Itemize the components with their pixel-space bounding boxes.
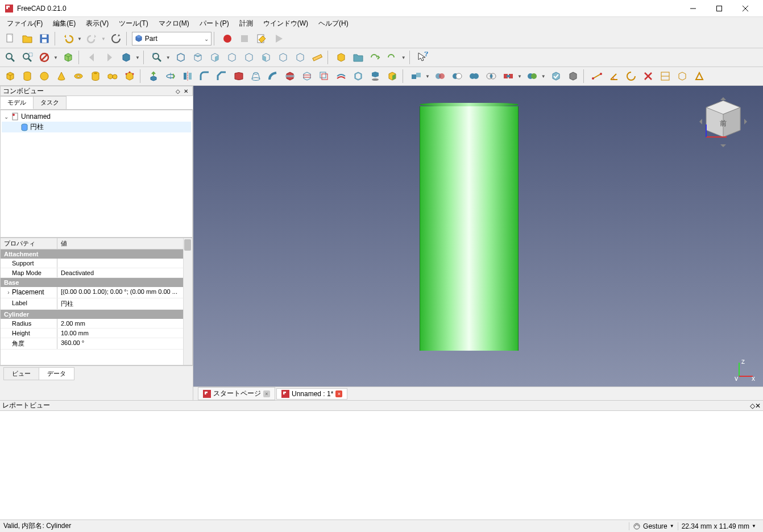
primitives-button[interactable]: [105, 68, 121, 84]
cylinder-primitive-button[interactable]: [19, 68, 35, 84]
shapebuilder-button[interactable]: [122, 68, 138, 84]
close-button[interactable]: [732, 0, 758, 17]
measure-toggle-all-button[interactable]: [657, 68, 673, 84]
menu-file[interactable]: ファイル(F): [2, 18, 47, 30]
measure-linear-button[interactable]: [589, 68, 605, 84]
view-iso-button[interactable]: [275, 49, 291, 65]
undo-dropdown[interactable]: ▼: [76, 36, 83, 41]
view-right-button[interactable]: [207, 49, 223, 65]
chamfer-button[interactable]: [214, 68, 230, 84]
color-per-face-button[interactable]: [384, 68, 400, 84]
report-close-button[interactable]: ✕: [755, 402, 761, 410]
cube-primitive-button[interactable]: [2, 68, 18, 84]
close-tab-icon[interactable]: ×: [335, 390, 342, 397]
union-button[interactable]: [466, 68, 482, 84]
split-button[interactable]: [524, 68, 540, 84]
compound-button[interactable]: [408, 68, 424, 84]
cut-button[interactable]: [449, 68, 465, 84]
loft-button[interactable]: [248, 68, 264, 84]
tube-primitive-button[interactable]: [88, 68, 103, 84]
prop-angle-value[interactable]: 360.00 °: [57, 338, 192, 349]
offset3d-button[interactable]: [316, 68, 332, 84]
split-dropdown[interactable]: ▼: [540, 74, 547, 79]
nav-style-selector[interactable]: Gesture ▼: [629, 522, 678, 530]
defeaturing-button[interactable]: [565, 68, 581, 84]
view-dimetric-button[interactable]: [292, 49, 308, 65]
macro-play-button[interactable]: [271, 31, 287, 47]
view-bottom-button[interactable]: [241, 49, 257, 65]
tab-model[interactable]: モデル: [0, 96, 34, 109]
dimensions-display[interactable]: 22.34 mm x 11.49 mm ▼: [678, 522, 760, 530]
measure-button[interactable]: [309, 49, 325, 65]
fit-selection-button[interactable]: [19, 49, 35, 65]
link-actions-button[interactable]: [384, 49, 400, 65]
menu-view[interactable]: 表示(V): [81, 18, 113, 30]
refresh-button[interactable]: [108, 31, 124, 47]
report-float-button[interactable]: ◇: [750, 402, 755, 410]
mirror-button[interactable]: [180, 68, 196, 84]
fillet-button[interactable]: [197, 68, 213, 84]
join-connect-button[interactable]: [500, 68, 516, 84]
sweep-button[interactable]: [265, 68, 281, 84]
thickness-button[interactable]: [350, 68, 366, 84]
bounding-box-button[interactable]: [60, 49, 76, 65]
property-scrollbar[interactable]: [183, 238, 192, 365]
sphere-primitive-button[interactable]: [36, 68, 52, 84]
tab-view[interactable]: ビュー: [3, 367, 39, 380]
workbench-selector[interactable]: Part ⌄: [132, 32, 212, 45]
menu-macro[interactable]: マクロ(M): [154, 18, 194, 30]
section-button[interactable]: [282, 68, 298, 84]
view-front-button[interactable]: [173, 49, 189, 65]
tab-data[interactable]: データ: [39, 367, 74, 380]
tree-item-cylinder[interactable]: 円柱: [2, 122, 191, 132]
offset2d-button[interactable]: [333, 68, 349, 84]
macro-record-button[interactable]: [219, 31, 235, 47]
measure-clear-button[interactable]: [640, 68, 656, 84]
placement-expand[interactable]: ›: [5, 288, 12, 297]
macro-stop-button[interactable]: [237, 31, 252, 47]
link-make-button[interactable]: [367, 49, 383, 65]
maximize-button[interactable]: [706, 0, 732, 17]
link-dropdown[interactable]: ▼: [134, 55, 141, 60]
link-button[interactable]: [118, 49, 134, 65]
menu-window[interactable]: ウインドウ(W): [259, 18, 313, 30]
prop-radius-value[interactable]: 2.00 mm: [57, 319, 192, 328]
prop-height-value[interactable]: 10.00 mm: [57, 329, 192, 338]
save-button[interactable]: [36, 31, 52, 47]
prop-mapmode-value[interactable]: Deactivated: [57, 268, 192, 277]
report-content[interactable]: [0, 411, 763, 519]
projection-button[interactable]: [367, 68, 383, 84]
menu-measure[interactable]: 計測: [235, 18, 258, 30]
navigation-cube[interactable]: 前: [695, 96, 752, 153]
draw-style-button[interactable]: [36, 49, 52, 65]
model-tree[interactable]: ⌄ Unnamed 円柱: [0, 110, 193, 238]
revolve-button[interactable]: [163, 68, 179, 84]
join-dropdown[interactable]: ▼: [516, 74, 523, 79]
redo-dropdown[interactable]: ▼: [100, 36, 107, 41]
ruled-surface-button[interactable]: [231, 68, 247, 84]
tab-start-page[interactable]: スタートページ ×: [198, 387, 275, 400]
measure-refresh-button[interactable]: [623, 68, 639, 84]
boolean-button[interactable]: [432, 68, 448, 84]
fit-all-button[interactable]: [2, 49, 18, 65]
cylinder-3d-object[interactable]: [420, 103, 519, 351]
iso-dropdown[interactable]: ▼: [165, 55, 172, 60]
expand-icon[interactable]: ⌄: [3, 114, 10, 120]
panel-close-button[interactable]: ✕: [182, 87, 190, 95]
menu-edit[interactable]: 編集(E): [48, 18, 80, 30]
nav-back-button[interactable]: [84, 49, 100, 65]
new-button[interactable]: [2, 31, 18, 47]
measure-angular-button[interactable]: [606, 68, 622, 84]
intersection-button[interactable]: [483, 68, 499, 84]
tree-doc-row[interactable]: ⌄ Unnamed: [2, 111, 191, 122]
check-geometry-button[interactable]: [548, 68, 564, 84]
tab-task[interactable]: タスク: [33, 96, 67, 109]
minimize-button[interactable]: [680, 0, 706, 17]
open-button[interactable]: [19, 31, 35, 47]
macro-edit-button[interactable]: [254, 31, 269, 47]
prop-support-value[interactable]: [57, 259, 192, 268]
part-create-button[interactable]: [333, 49, 349, 65]
draw-style-dropdown[interactable]: ▼: [52, 55, 59, 60]
view-left-button[interactable]: [258, 49, 274, 65]
redo-button[interactable]: [84, 31, 100, 47]
